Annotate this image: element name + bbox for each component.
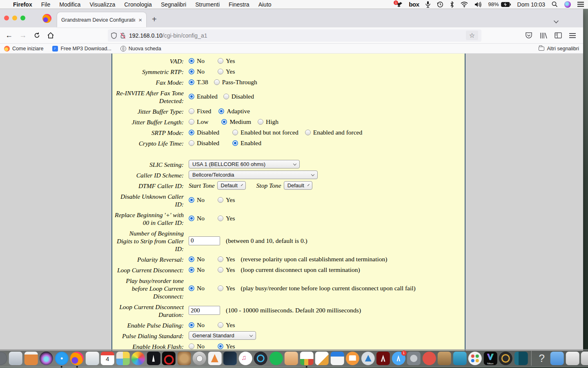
radio-icon[interactable] xyxy=(189,140,194,146)
sidebar-toggle-icon[interactable] xyxy=(555,32,562,38)
menu-segnalibri[interactable]: Segnalibri xyxy=(161,1,186,8)
menu-file[interactable]: File xyxy=(41,1,51,8)
menu-aiuto[interactable]: Aiuto xyxy=(258,1,272,8)
bookmark-nuova-scheda[interactable]: Nuova scheda xyxy=(120,46,161,52)
forward-button[interactable]: → xyxy=(17,30,29,41)
dock-maps-icon[interactable] xyxy=(116,352,129,365)
radio-option-passthrough[interactable]: Pass-Through xyxy=(214,79,257,86)
radio-icon[interactable] xyxy=(189,119,194,125)
siri-icon[interactable] xyxy=(564,0,571,9)
menu-strumenti[interactable]: Strumenti xyxy=(195,1,220,8)
radio-option-yes[interactable]: Yes xyxy=(218,343,235,350)
dock-color-dots-app-icon[interactable] xyxy=(468,352,482,365)
spotlight-icon[interactable] xyxy=(552,0,558,9)
dock-vlc-icon[interactable] xyxy=(208,352,221,365)
radio-icon[interactable] xyxy=(258,119,263,125)
caller-id-scheme-select[interactable]: Bellcore/Telcordia xyxy=(189,171,318,179)
radio-option-yes[interactable]: Yes xyxy=(218,285,235,292)
dock-utility-app-icon[interactable] xyxy=(361,352,374,365)
dropbox-icon[interactable]: 1 xyxy=(396,0,402,9)
dock-help-icon[interactable]: ? xyxy=(535,352,548,365)
radio-icon[interactable] xyxy=(218,285,223,291)
bluetooth-icon[interactable] xyxy=(450,0,454,9)
dock-notes-icon[interactable] xyxy=(24,352,38,365)
url-text[interactable]: 192.168.0.10/cgi-bin/config_a1 xyxy=(129,32,463,39)
radio-icon[interactable] xyxy=(218,69,223,74)
dock-acrobat-icon[interactable] xyxy=(376,352,390,365)
loop-disconnect-duration-input[interactable] xyxy=(189,306,220,315)
radio-option-no[interactable]: No xyxy=(189,68,205,75)
radio-option-no[interactable]: No xyxy=(189,215,205,222)
radio-option-yes[interactable]: Yes xyxy=(218,215,235,222)
menu-modifica[interactable]: Modifica xyxy=(59,1,80,8)
url-bar[interactable]: 192.168.0.10/cgi-bin/config_a1 ☆ xyxy=(108,29,481,42)
radio-icon[interactable] xyxy=(232,140,238,146)
radio-icon[interactable] xyxy=(232,130,238,135)
dock-photos-icon[interactable] xyxy=(131,352,145,365)
dock-preview-icon[interactable] xyxy=(85,352,99,365)
radio-icon[interactable] xyxy=(189,197,194,203)
radio-option-no[interactable]: No xyxy=(189,266,205,274)
dock-applications-folder-icon[interactable] xyxy=(550,352,564,365)
dock-pages-icon[interactable] xyxy=(315,352,329,365)
dock-mail-icon[interactable] xyxy=(9,352,22,365)
radio-option-yes[interactable]: Yes xyxy=(218,196,235,204)
dock-n-badge-app-icon[interactable] xyxy=(499,352,512,365)
radio-icon[interactable] xyxy=(218,108,224,114)
radio-icon[interactable] xyxy=(221,119,227,125)
new-tab-button[interactable]: + xyxy=(152,15,157,24)
radio-icon[interactable] xyxy=(218,197,223,203)
microphone-icon[interactable] xyxy=(425,0,430,9)
menu-finestra[interactable]: Finestra xyxy=(229,1,249,8)
battery-indicator[interactable]: 98% xyxy=(488,0,510,9)
dock-siri-icon[interactable] xyxy=(40,352,53,365)
radio-icon[interactable] xyxy=(189,58,194,64)
radio-icon[interactable] xyxy=(189,256,194,262)
bookmark-free-mp3[interactable]: Free MP3 Download... xyxy=(52,46,111,52)
dock-chart-app-icon[interactable] xyxy=(300,352,313,365)
bookmark-star-icon[interactable]: ☆ xyxy=(466,31,478,40)
dock-itunes-icon[interactable] xyxy=(238,352,252,365)
dock-ibooks-icon[interactable] xyxy=(346,352,359,365)
zoom-window-button[interactable] xyxy=(20,16,25,20)
radio-option-yes[interactable]: Yes xyxy=(218,57,235,65)
dock-calendar-icon[interactable]: 4 xyxy=(101,352,114,365)
dock-firefox-icon[interactable] xyxy=(70,352,84,365)
radio-icon[interactable] xyxy=(189,322,194,328)
library-icon[interactable] xyxy=(540,32,547,39)
pulse-dialing-standard-select[interactable]: General Standard xyxy=(189,331,256,340)
insecure-lock-icon[interactable] xyxy=(120,32,126,39)
home-button[interactable] xyxy=(45,30,56,41)
list-all-tabs-icon[interactable] xyxy=(554,18,559,23)
radio-option-disabled[interactable]: Disabled xyxy=(223,93,254,100)
dock-game-app-icon[interactable] xyxy=(223,352,237,365)
dock-nikon-viewnx-icon[interactable]: Nikon xyxy=(483,352,497,365)
radio-option-t38[interactable]: T.38 xyxy=(189,79,208,86)
radio-icon[interactable] xyxy=(189,69,194,74)
dock-keynote-icon[interactable] xyxy=(330,352,344,365)
radio-option-no[interactable]: No xyxy=(189,285,205,292)
start-tone-select[interactable]: Default xyxy=(217,181,246,190)
dock-garageband-icon[interactable] xyxy=(177,352,191,365)
menubar-clock[interactable]: Dom 10:03 xyxy=(517,1,545,8)
radio-option-yes[interactable]: Yes xyxy=(218,266,235,274)
radio-option-enabled[interactable]: Enabled xyxy=(232,139,261,147)
box-icon[interactable]: box xyxy=(409,1,419,8)
radio-icon[interactable] xyxy=(189,215,194,221)
hamburger-menu-icon[interactable] xyxy=(569,33,576,38)
dock-qmidi-icon[interactable] xyxy=(162,352,176,365)
dock-system-preferences-icon[interactable] xyxy=(407,352,421,365)
dock-dvd-player-icon[interactable] xyxy=(193,352,206,365)
radio-option-enabled-forced[interactable]: Enabled and forced xyxy=(305,129,363,136)
radio-option-fixed[interactable]: Fixed xyxy=(189,108,211,115)
radio-option-no[interactable]: No xyxy=(189,196,205,204)
radio-option-disabled[interactable]: Disabled xyxy=(189,129,219,136)
dock-scale-app-icon[interactable] xyxy=(453,352,466,365)
radio-icon[interactable] xyxy=(218,58,223,64)
dock-window-app-icon[interactable] xyxy=(514,352,528,365)
radio-icon[interactable] xyxy=(189,130,194,135)
dock-safari-icon[interactable] xyxy=(55,352,68,365)
other-bookmarks-button[interactable]: Altri segnalibri xyxy=(539,46,579,52)
dock-quicktime-icon[interactable] xyxy=(254,352,267,365)
radio-option-high[interactable]: High xyxy=(258,118,278,126)
